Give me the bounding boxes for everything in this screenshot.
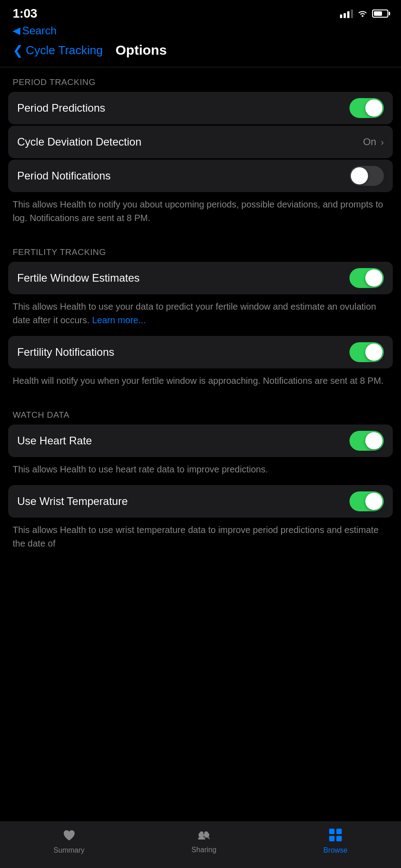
use-heart-rate-description: This allows Health to use heart rate dat… xyxy=(0,458,401,485)
sharing-tab-label[interactable]: Sharing xyxy=(191,846,216,854)
svg-rect-5 xyxy=(336,829,342,834)
watch-data-header: WATCH DATA xyxy=(0,400,401,425)
content-area: PERIOD TRACKING Period Predictions Cycle… xyxy=(0,67,401,626)
fertile-window-row[interactable]: Fertile Window Estimates xyxy=(8,262,393,294)
period-notifications-label: Period Notifications xyxy=(17,170,111,182)
use-wrist-temp-toggle[interactable] xyxy=(349,491,384,511)
search-back-link[interactable]: ◀ Search xyxy=(13,24,388,37)
parent-title[interactable]: Cycle Tracking xyxy=(26,43,103,57)
summary-icon xyxy=(62,828,76,844)
cycle-deviation-label: Cycle Deviation Detection xyxy=(17,136,142,148)
page-title: Options xyxy=(116,42,167,58)
tab-browse[interactable]: Browse xyxy=(323,828,347,854)
toggle-knob xyxy=(365,493,382,510)
toggle-knob xyxy=(365,269,382,287)
parent-nav-link[interactable]: ❮ Cycle Tracking xyxy=(13,43,103,58)
period-predictions-label: Period Predictions xyxy=(17,102,105,114)
sharing-icon xyxy=(197,829,211,843)
svg-rect-6 xyxy=(329,836,335,841)
back-bar: ◀ Search xyxy=(0,24,401,41)
search-label[interactable]: Search xyxy=(22,24,57,37)
cycle-deviation-chevron-icon: › xyxy=(381,137,384,147)
status-time: 1:03 xyxy=(13,6,37,21)
fertile-window-label: Fertile Window Estimates xyxy=(17,272,140,284)
wifi-icon xyxy=(358,9,368,19)
toggle-knob xyxy=(365,99,382,117)
svg-rect-4 xyxy=(329,829,335,834)
learn-more-link[interactable]: Learn more... xyxy=(92,315,146,325)
fertility-tracking-header: FERTILITY TRACKING xyxy=(0,237,401,262)
svg-point-2 xyxy=(200,831,203,835)
cycle-deviation-row[interactable]: Cycle Deviation Detection On › xyxy=(8,126,393,158)
use-wrist-temp-description: This allows Health to use wrist temperat… xyxy=(0,519,401,559)
browse-icon xyxy=(329,828,342,844)
parent-chevron-icon: ❮ xyxy=(13,43,23,58)
fertility-notifications-toggle[interactable] xyxy=(349,342,384,362)
period-notifications-toggle[interactable] xyxy=(349,166,384,186)
fertility-notifications-description: Health will notify you when your fertile… xyxy=(0,369,401,396)
status-bar: 1:03 xyxy=(0,0,401,24)
toggle-knob xyxy=(365,432,382,449)
fertility-notifications-row[interactable]: Fertility Notifications xyxy=(8,336,393,368)
tab-bar: Summary Sharing xyxy=(0,821,401,868)
tab-sharing[interactable]: Sharing xyxy=(191,829,216,854)
fertile-window-toggle[interactable] xyxy=(349,268,384,288)
signal-icon xyxy=(340,9,353,18)
period-notifications-row[interactable]: Period Notifications xyxy=(8,160,393,192)
toggle-knob xyxy=(365,344,382,361)
use-heart-rate-row[interactable]: Use Heart Rate xyxy=(8,425,393,457)
use-heart-rate-toggle[interactable] xyxy=(349,431,384,451)
period-tracking-header: PERIOD TRACKING xyxy=(0,67,401,92)
use-wrist-temp-label: Use Wrist Temperature xyxy=(17,495,128,508)
summary-tab-label[interactable]: Summary xyxy=(53,846,84,854)
cycle-deviation-right: On › xyxy=(363,136,384,148)
watch-data-section: WATCH DATA Use Heart Rate This allows He… xyxy=(0,400,401,559)
svg-rect-7 xyxy=(336,836,342,841)
period-predictions-row[interactable]: Period Predictions xyxy=(8,92,393,124)
fertility-tracking-section: FERTILITY TRACKING Fertile Window Estima… xyxy=(0,237,401,396)
period-tracking-section: PERIOD TRACKING Period Predictions Cycle… xyxy=(0,67,401,234)
use-wrist-temp-row[interactable]: Use Wrist Temperature xyxy=(8,485,393,518)
fertile-window-description: This allows Health to use your data to p… xyxy=(0,295,401,336)
nav-header: ❮ Cycle Tracking Options xyxy=(0,41,401,67)
period-predictions-toggle[interactable] xyxy=(349,98,384,118)
browse-tab-label[interactable]: Browse xyxy=(323,846,347,854)
battery-icon xyxy=(372,9,388,18)
use-heart-rate-label: Use Heart Rate xyxy=(17,434,92,447)
period-notifications-description: This allows Health to notify you about u… xyxy=(0,193,401,234)
back-chevron-icon: ◀ xyxy=(13,25,20,37)
tab-summary[interactable]: Summary xyxy=(53,828,84,854)
fertility-notifications-label: Fertility Notifications xyxy=(17,346,114,359)
svg-point-3 xyxy=(204,831,208,835)
status-icons xyxy=(340,9,388,19)
cycle-deviation-value: On xyxy=(363,136,376,148)
toggle-knob xyxy=(351,167,368,184)
